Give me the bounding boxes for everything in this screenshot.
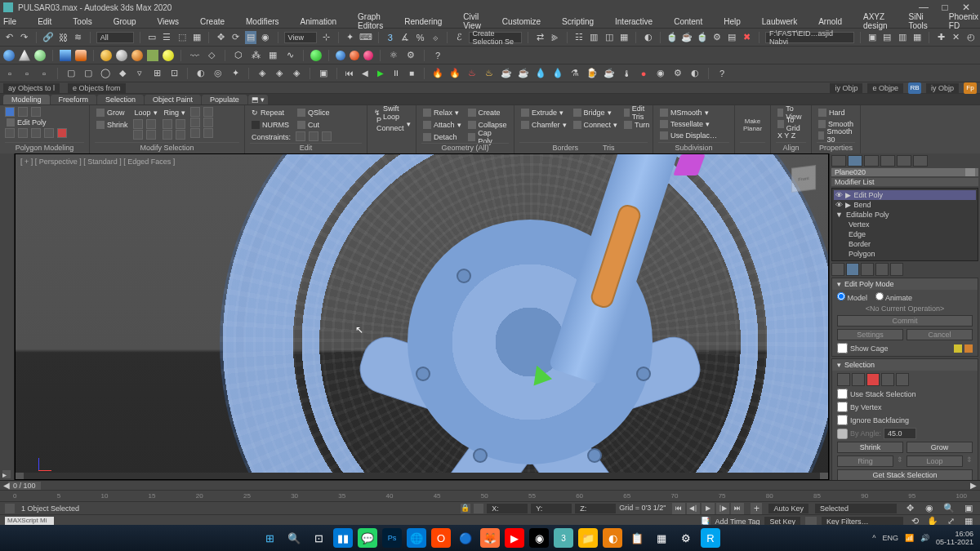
align-button[interactable]: ⫸	[550, 31, 561, 44]
stack-sub-border[interactable]: Border	[834, 239, 976, 249]
px-h-icon[interactable]: ◐	[688, 67, 702, 80]
tray-chevron[interactable]: ^	[872, 534, 875, 542]
repeat-button[interactable]: ↻ Repeat	[250, 107, 292, 118]
bind-button[interactable]: ≋	[72, 31, 83, 44]
menu-group[interactable]: Group	[114, 17, 136, 26]
key-filter-dropdown[interactable]: Selected	[815, 504, 897, 513]
menu-create[interactable]: Create	[200, 17, 225, 26]
tab-toggle[interactable]: ⬒ ▾	[248, 95, 269, 104]
sel-vertex-button[interactable]	[837, 373, 850, 386]
extrude-button[interactable]: Extrude▾	[519, 107, 568, 118]
firefox-icon[interactable]: 🦊	[480, 528, 500, 548]
geometry-group[interactable]: Geometry (All)	[421, 143, 509, 152]
fire-e-icon[interactable]: ☕	[500, 67, 513, 80]
utilities-panel-tab[interactable]	[913, 155, 928, 167]
t5[interactable]: ▿	[133, 67, 146, 80]
xyz-buttons[interactable]: X Y Z	[776, 130, 806, 141]
ref-coord-dropdown[interactable]: View	[284, 32, 318, 43]
modify-panel-tab[interactable]	[848, 155, 862, 167]
patch-icon[interactable]: ▦	[266, 49, 279, 62]
fire-c-icon[interactable]: ♨	[466, 67, 479, 80]
obs-icon[interactable]: ◉	[529, 528, 549, 548]
cone-icon[interactable]	[19, 50, 30, 61]
extended-icon[interactable]: ◇	[205, 49, 218, 62]
minimize-button[interactable]: —	[913, 2, 934, 13]
px-e-icon[interactable]: ●	[637, 67, 650, 80]
render-setup-button[interactable]: 🍵	[666, 31, 678, 44]
redo-button[interactable]: ↷	[18, 31, 29, 44]
time-slider-label[interactable]: 0 / 100	[8, 482, 41, 490]
menu-sini-tools[interactable]: SiNi Tools	[909, 12, 928, 30]
fire-f-icon[interactable]: ☕	[517, 67, 530, 80]
nav-d[interactable]: ▣	[962, 502, 975, 515]
scroll-left[interactable]	[16, 473, 24, 479]
spinner-snap-button[interactable]: ⟐	[430, 31, 441, 44]
chamfer-button[interactable]: Chamfer▾	[519, 119, 568, 131]
cut-button[interactable]: Cut	[296, 119, 332, 131]
dynamics-icon[interactable]	[310, 50, 322, 61]
angle-snap-button[interactable]: ∡	[399, 31, 411, 44]
nurbs-icon[interactable]: ∿	[283, 49, 296, 62]
layer-explorer-button[interactable]: ☷	[573, 31, 585, 44]
ignore-backfacing-checkbox[interactable]	[837, 415, 848, 425]
extra-tool-d[interactable]: ▦	[911, 31, 923, 44]
turn-button[interactable]: Turn	[622, 119, 651, 131]
props-group[interactable]: Properties	[817, 142, 855, 152]
select-by-name-button[interactable]: ☰	[161, 31, 172, 44]
explorer-icon[interactable]: 📁	[578, 528, 598, 548]
app-a-icon[interactable]: 📋	[627, 528, 647, 548]
mirror-button[interactable]: ⇄	[534, 31, 546, 44]
sel-border-button[interactable]	[866, 373, 880, 386]
extra-tool-c[interactable]: ▥	[897, 31, 908, 44]
rb-badge[interactable]: RB	[908, 82, 921, 94]
stack-edit-poly[interactable]: 👁 ▶ Edit Poly	[834, 190, 976, 200]
tab-populate[interactable]: Populate	[202, 95, 247, 104]
cage-color-b[interactable]	[964, 344, 973, 353]
geosphere-icon[interactable]	[100, 50, 112, 61]
sel-polygon-button[interactable]	[881, 373, 894, 386]
grow-button[interactable]: Grow	[95, 107, 130, 118]
make-planar-button[interactable]: Make Planar	[740, 107, 765, 142]
sun-icon[interactable]	[163, 50, 174, 61]
close-button[interactable]: ✕	[956, 2, 977, 13]
select-rotate-button[interactable]: ⟳	[229, 31, 241, 44]
app-c-icon[interactable]: ⚙	[676, 528, 696, 548]
borders-group[interactable]: Borders	[552, 144, 578, 152]
menu-civil-view[interactable]: Civil View	[463, 12, 481, 30]
search-button[interactable]: 🔍	[284, 528, 304, 548]
motion-panel-tab[interactable]	[880, 155, 895, 167]
extra-tool-e[interactable]: ✚	[935, 31, 947, 44]
schematic-button[interactable]: ▦	[618, 31, 630, 44]
shrink-sel-button[interactable]: Shrink	[837, 442, 903, 453]
path-display[interactable]: F:\FAST\EID…asjid Nabvi	[765, 32, 854, 43]
connect-button[interactable]: Connect▾	[572, 119, 620, 131]
select-scale-button[interactable]: ▤	[245, 31, 256, 44]
tab-selection[interactable]: Selection	[97, 95, 144, 104]
msmooth-button[interactable]: MSmooth▾	[658, 107, 729, 118]
save-scene-button[interactable]: ▫	[38, 67, 51, 80]
stack-sub-polygon[interactable]: Polygon	[834, 249, 976, 259]
hierarchy-panel-tab[interactable]	[864, 155, 879, 167]
next-key[interactable]: ∣▶	[716, 503, 729, 514]
t4[interactable]: ◆	[116, 67, 129, 80]
track-bar[interactable]: 0510152025303540455055606570758085909510…	[0, 490, 980, 501]
name-filter-e[interactable]: iy Objp	[926, 83, 959, 93]
lock-icon[interactable]: 🔒	[461, 504, 470, 513]
px-g-icon[interactable]: ⚙	[671, 67, 684, 80]
shrink-button[interactable]: Shrink	[95, 119, 130, 131]
make-unique-button[interactable]	[861, 263, 874, 276]
app-b-icon[interactable]: ▦	[652, 528, 671, 548]
menu-animation[interactable]: Animation	[301, 17, 336, 26]
viewport[interactable]: [ + ] [ Perspective ] [ Standard ] [ Edg…	[15, 153, 829, 480]
modifier-stack[interactable]: 👁 ▶ Edit Poly 👁 ▶ Bend ▼ Editable Poly V…	[831, 188, 978, 261]
animate-radio[interactable]: Animate	[875, 292, 912, 302]
ring-button[interactable]: Ring▾	[163, 107, 188, 118]
stack-bend[interactable]: 👁 ▶ Bend	[834, 200, 976, 210]
open-scene-button[interactable]: ▫	[20, 67, 33, 80]
render-preset-button[interactable]: ▤	[726, 31, 737, 44]
keyboard-shortcut-button[interactable]: ⌨	[359, 31, 372, 44]
extra-tool-f[interactable]: ✕	[951, 31, 962, 44]
px-b-icon[interactable]: 🍺	[586, 67, 599, 80]
menu-phoenix-fd[interactable]: Phoenix FD	[949, 12, 978, 30]
3dsmax-icon[interactable]: 3	[554, 528, 573, 548]
